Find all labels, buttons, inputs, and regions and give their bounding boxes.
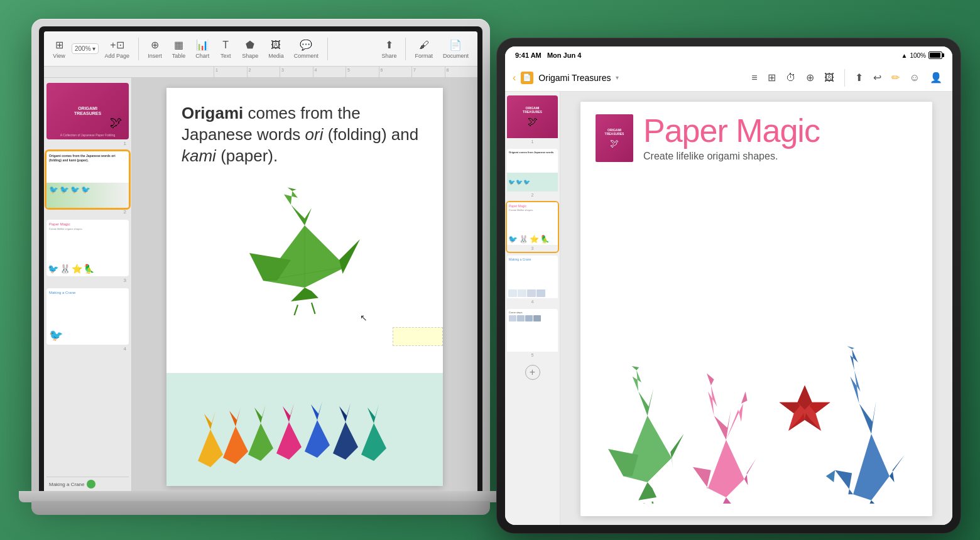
ipad: 9:41 AM Mon Jun 4 ▲ 100% ‹ 📄: [496, 38, 961, 534]
doc-icon-inner: 📄: [523, 73, 531, 82]
slide-thumb-frame-3[interactable]: Paper Magic Create lifelike origami shap…: [46, 220, 129, 276]
image-btn[interactable]: 🖼: [822, 70, 837, 86]
toolbar-text[interactable]: T Text: [215, 39, 236, 59]
shape-icon: ⬟: [244, 39, 256, 51]
ruler-mark: 7: [411, 67, 445, 77]
slide-thumb-4[interactable]: Making a Crane 🐦 4: [46, 288, 129, 352]
undo-btn[interactable]: ↩: [871, 69, 884, 86]
toolbar-media[interactable]: 🖼 Media: [264, 39, 288, 59]
ruler-mark: 6: [379, 67, 412, 77]
toolbar-format[interactable]: 🖌 Format: [411, 39, 437, 59]
ipad-date-value: Mon Jun 4: [547, 51, 581, 59]
doc-page: Origami comes from the Japanese words or…: [166, 88, 443, 486]
toolbar-chart[interactable]: 📊 Chart: [192, 39, 213, 59]
svg-marker-27: [633, 370, 641, 392]
t3-animal3: ⭐: [530, 235, 539, 244]
slide-thumb-3[interactable]: Paper Magic Create lifelike origami shap…: [46, 220, 129, 283]
toolbar-share[interactable]: ⬆ Share: [378, 39, 400, 59]
thumb2-bottom: 🐦 🐦 🐦 🐦: [46, 183, 129, 208]
slide-thumb-frame-1[interactable]: ORIGAMITREASURES 🕊 A Collection of Japan…: [46, 83, 129, 139]
list-btn[interactable]: ≡: [749, 70, 760, 86]
colorful-birds-svg: [179, 379, 430, 480]
slide-thumb-frame-2[interactable]: Origami comes from the Japanese words or…: [46, 151, 129, 208]
svg-marker-24: [368, 404, 379, 423]
slide-thumb-content-2: Origami comes from the Japanese words or…: [46, 151, 129, 208]
toolbar-separator: [844, 69, 845, 87]
thumb-bird-2: 🐦: [60, 185, 69, 194]
toolbar-table[interactable]: ▦ Table: [168, 39, 190, 59]
layers-btn[interactable]: ⊕: [803, 69, 817, 86]
toolbar-view[interactable]: ⊞ View: [49, 39, 69, 59]
ipad-slide-thumb-2[interactable]: Origami comes from Japanese words 🐦 🐦 🐦 …: [507, 149, 558, 198]
share-btn[interactable]: ⬆: [852, 69, 866, 86]
pages-doc-area: Origami comes from the Japanese words or…: [132, 78, 477, 496]
svg-marker-51: [850, 370, 860, 404]
thumb4-title: Making a Crane: [49, 291, 126, 294]
macbook: ⊞ View 200% ▾ +⊡ Add Page ⊕ Insert: [31, 19, 509, 521]
ipad-thumb1-bg: ORIGAMITREASURES 🕊: [507, 95, 558, 138]
back-button[interactable]: ‹: [513, 72, 516, 84]
toolbar-shape[interactable]: ⬟ Shape: [238, 39, 262, 59]
svg-marker-40: [693, 467, 711, 489]
svg-marker-57: [826, 470, 835, 482]
thumb3-animal-3: ⭐: [72, 264, 82, 274]
slide-thumb-content-4: Making a Crane 🐦: [46, 288, 129, 345]
svg-marker-14: [229, 408, 241, 426]
toolbar-divider-2: [327, 38, 328, 60]
grid-btn[interactable]: ⊞: [765, 69, 778, 86]
svg-marker-3: [288, 188, 297, 192]
ipad-slide-thumb-1[interactable]: ORIGAMITREASURES 🕊 1: [507, 95, 558, 145]
person-btn[interactable]: 👤: [927, 69, 945, 86]
zoom-control[interactable]: 200% ▾: [72, 43, 99, 54]
svg-marker-13: [223, 426, 248, 464]
slide-thumb-2[interactable]: Origami comes from the Japanese words or…: [46, 151, 129, 215]
page-num-4: 4: [46, 346, 129, 352]
page-num-2: 2: [46, 209, 129, 215]
ipad-paper-magic-title: Paper Magic: [643, 114, 917, 147]
ipad-slide-thumb-3[interactable]: Paper Magic Create lifelike shapes. 🐦 🐰 …: [507, 202, 558, 252]
ipad-doc-page: ORIGAMITREASURES 🕊 Paper Magic Create li…: [580, 102, 932, 516]
zoom-value: 200%: [75, 45, 91, 52]
slide-thumb-frame-4[interactable]: Making a Crane 🐦: [46, 288, 129, 345]
svg-marker-17: [276, 422, 302, 460]
ipad-thumb-num-3: 3: [507, 245, 558, 252]
format-icon: 🖌: [418, 39, 430, 51]
thumb3-animal-1: 🐦: [48, 264, 58, 274]
pencil-btn[interactable]: ✏: [889, 69, 902, 86]
ipad-page-title-area: Paper Magic Create lifelike origami shap…: [643, 114, 917, 162]
pink-bunny: [693, 374, 756, 504]
ipad-thumb4-title: Making a Crane: [509, 257, 556, 261]
thumb-bird-1: 🐦: [49, 185, 58, 194]
svg-marker-21: [333, 422, 358, 460]
toolbar-addpage[interactable]: +⊡ Add Page: [101, 39, 134, 59]
ipad-cover-thumb-text: ORIGAMITREASURES: [605, 128, 624, 136]
thumb4-crane-icon: 🐦: [49, 328, 63, 342]
ipad-slide-thumb-5[interactable]: Crane steps 5: [507, 309, 558, 359]
toolbar-insert[interactable]: ⊕ Insert: [144, 39, 166, 59]
toolbar-divider-1: [138, 38, 139, 60]
macbook-foot: [31, 501, 490, 515]
view-icon: ⊞: [53, 39, 65, 51]
emoji-btn[interactable]: ☺: [907, 70, 922, 86]
thumb1-title: ORIGAMITREASURES: [74, 106, 101, 117]
ipad-add-slide-button[interactable]: +: [525, 365, 540, 380]
thumb3-animal-4: 🦜: [84, 264, 94, 274]
ipad-cover-thumbnail: ORIGAMITREASURES 🕊: [596, 114, 633, 162]
insert-label: Insert: [148, 53, 162, 59]
ipad-slide-thumb-4[interactable]: Making a Crane 4: [507, 256, 558, 305]
slide-thumb-1[interactable]: ORIGAMITREASURES 🕊 A Collection of Japan…: [46, 83, 129, 146]
ipad-thumb3-sub: Create lifelike shapes.: [509, 208, 556, 212]
toolbar-divider-3: [405, 38, 406, 60]
thumb3-animal-2: 🐰: [60, 264, 70, 274]
ipad-thumb4-steps: [508, 289, 545, 297]
ipad-thumb-num-1: 1: [507, 138, 558, 145]
clock-btn[interactable]: ⏱: [783, 70, 798, 86]
dropdown-arrow[interactable]: ▾: [616, 74, 619, 81]
format-label: Format: [415, 53, 433, 59]
toolbar-comment[interactable]: 💬 Comment: [290, 39, 322, 59]
svg-marker-52: [850, 349, 858, 370]
ipad-thumb-num-2: 2: [507, 192, 558, 198]
toolbar-document[interactable]: 📄 Document: [439, 39, 472, 59]
svg-marker-5: [339, 239, 360, 274]
t3-animal1: 🐦: [508, 235, 518, 244]
